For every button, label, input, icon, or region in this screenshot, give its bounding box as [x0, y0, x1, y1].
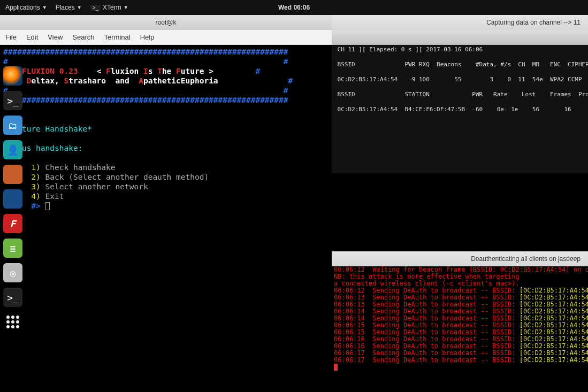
- files-icon[interactable]: 🗂: [3, 116, 22, 135]
- menu-terminal[interactable]: Terminal: [104, 33, 131, 41]
- show-apps-icon[interactable]: [3, 312, 22, 332]
- window-title: root@k: [156, 19, 177, 26]
- tagline-he: he: [162, 67, 176, 75]
- airodump-cols1: BSSID PWR RXQ Beacons #Data, #/s CH MB E…: [334, 61, 588, 68]
- tagline-pre: <: [97, 67, 106, 75]
- banner-side: #: [256, 67, 261, 75]
- menu-search[interactable]: Search: [72, 33, 94, 41]
- tagline-I: I: [143, 67, 148, 75]
- terminal-launcher-icon[interactable]: >_: [3, 91, 22, 110]
- tagline-F: F: [106, 67, 111, 75]
- prompt: #>: [31, 202, 45, 210]
- deauth-line-2: NB: this attack is more effective when t…: [334, 273, 520, 280]
- xterm-icon: >_: [90, 5, 101, 11]
- applications-label: Applications: [5, 4, 40, 11]
- terminal-output[interactable]: ########################################…: [0, 45, 332, 213]
- airodump-output: CH 11 ][ Elapsed: 0 s ][ 2017-03-16 06:0…: [332, 45, 588, 114]
- blue-app-icon[interactable]: [3, 189, 22, 209]
- xterm-menu[interactable]: >_ XTerm ▼: [90, 4, 128, 11]
- author-apatheticeuphoria: patheticEuphoria: [143, 76, 218, 85]
- orange-app-icon[interactable]: [3, 165, 22, 184]
- deauth-line-1: 06:06:12 Waiting for beacon frame (BSSID…: [334, 266, 588, 273]
- opt-2-num: 2): [31, 173, 40, 181]
- app-name: FLUXION 0.23: [22, 67, 78, 75]
- tagline-F2: F: [176, 67, 181, 75]
- deauth-line-3: a connected wireless client (-c <client'…: [334, 280, 520, 287]
- chevron-down-icon: ▼: [77, 5, 82, 10]
- banner-side: #: [284, 57, 288, 66]
- f-app-icon[interactable]: F: [3, 214, 22, 233]
- menu-view[interactable]: View: [48, 33, 63, 41]
- opt-2-text: Back (Select another deauth method): [45, 173, 209, 181]
- deauth-title: Deauthenticating all clients on jasdeep: [471, 255, 581, 263]
- author-a: A: [139, 76, 143, 85]
- xterm-label: XTerm: [103, 4, 121, 11]
- places-menu[interactable]: Places ▼: [56, 4, 82, 11]
- opt-4-text: Exit: [45, 192, 64, 201]
- author-strasharo: trasharo and: [68, 76, 139, 85]
- opt-3-num: 3): [31, 182, 40, 191]
- menu-file[interactable]: File: [5, 33, 17, 41]
- airodump-cols2: BSSID STATION PWR Rate Lost Frames Probe: [334, 91, 588, 98]
- desktop: root@k File Edit View Search Terminal He…: [0, 15, 588, 392]
- opt-4-num: 4): [31, 192, 40, 201]
- green-app-icon[interactable]: ≣: [3, 239, 22, 258]
- dock: >_ 🗂 👤 F ≣ ◎ >_: [0, 64, 26, 334]
- applications-menu[interactable]: Applications ▼: [5, 4, 47, 11]
- tagline-s: s: [148, 67, 157, 75]
- dark-terminal-icon[interactable]: >_: [3, 288, 22, 307]
- menu-help[interactable]: Help: [140, 33, 155, 41]
- airodump-row2: 0C:D2:B5:17:A4:54 B4:CE:F6:DF:47:5B -60 …: [334, 106, 571, 113]
- tagline-uture: uture >: [181, 67, 213, 75]
- clock[interactable]: Wed 06:06: [278, 4, 310, 11]
- deauth-window[interactable]: Deauthenticating all clients on jasdeep …: [332, 251, 588, 391]
- deauth-cursor: [334, 364, 338, 371]
- author-deltax: eltax,: [31, 76, 64, 85]
- banner-side: #: [284, 86, 288, 95]
- dial-app-icon[interactable]: ◎: [3, 263, 22, 282]
- deauth-send-lines: 06:06:12 Sending DeAuth to broadcast -- …: [334, 287, 586, 364]
- airodump-title: Capturing data on channel --> 11: [486, 19, 581, 26]
- deauth-titlebar[interactable]: Deauthenticating all clients on jasdeep: [332, 251, 588, 266]
- top-bar: Applications ▼ Places ▼ >_ XTerm ▼ Wed 0…: [0, 0, 588, 15]
- banner-side: #: [288, 76, 293, 85]
- firefox-icon[interactable]: [3, 66, 22, 86]
- author-s: S: [64, 76, 69, 85]
- opt-1-num: 1): [31, 163, 40, 172]
- airodump-titlebar[interactable]: Capturing data on channel --> 11: [332, 15, 588, 30]
- airodump-window[interactable]: Capturing data on channel --> 11 Contrib…: [332, 15, 588, 173]
- places-label: Places: [56, 4, 75, 11]
- airodump-header: CH 11 ][ Elapsed: 0 s ][ 2017-03-16 06:0…: [334, 46, 483, 53]
- face-icon[interactable]: 👤: [3, 140, 22, 159]
- terminal-cursor[interactable]: [45, 202, 50, 210]
- window-titlebar[interactable]: root@k: [0, 15, 332, 30]
- banner-top: ########################################…: [3, 48, 288, 56]
- airodump-row1: 0C:D2:B5:17:A4:54 -9 100 55 3 0 11 54e W…: [334, 76, 588, 83]
- chevron-down-icon: ▼: [124, 5, 128, 10]
- opt-3-text: Select another network: [45, 182, 148, 191]
- opt-1-text: Check handshake: [45, 163, 116, 172]
- chevron-down-icon: ▼: [42, 5, 47, 10]
- airodump-tab[interactable]: Contributor: [332, 30, 588, 45]
- deauth-output: 06:06:12 Waiting for beacon frame (BSSID…: [332, 266, 588, 371]
- banner-bottom: ########################################…: [3, 96, 288, 104]
- tagline-luxion: luxion: [111, 67, 143, 75]
- main-terminal-window[interactable]: root@k File Edit View Search Terminal He…: [0, 15, 332, 391]
- menu-edit[interactable]: Edit: [26, 33, 38, 41]
- terminal-menubar: File Edit View Search Terminal Help: [0, 30, 332, 45]
- tagline-T: T: [157, 67, 162, 75]
